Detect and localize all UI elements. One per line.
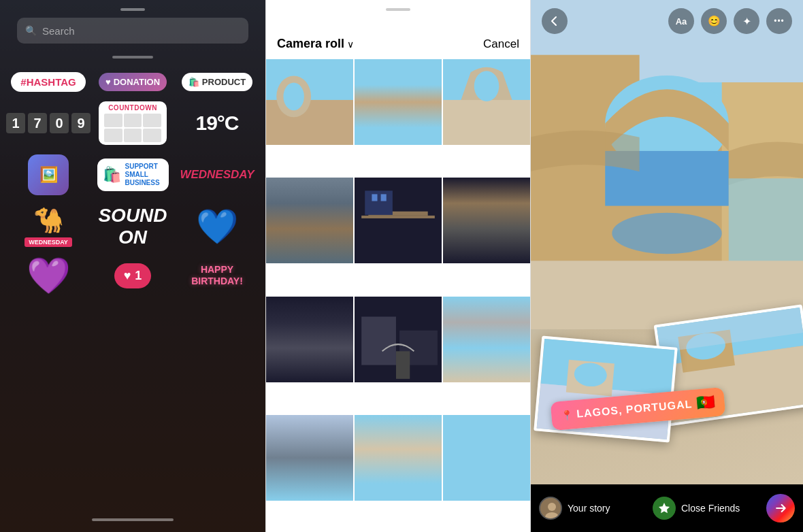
close-friends-option[interactable]: Close Friends [653,497,761,520]
photo-1 [266,59,353,145]
photo-cell-1[interactable] [266,59,353,146]
hashtag-sticker: #HASHTAG [11,72,85,92]
photo-6 [443,178,530,263]
time-digit-3: 0 [50,113,69,133]
time-digit-1: 1 [6,113,25,133]
svg-point-6 [474,71,499,101]
story-tools: Aa 😊 ✦ ••• [668,8,792,34]
sticker-item-heart-blue[interactable]: 💙 [180,205,255,248]
svg-point-3 [283,83,304,111]
location-pin-icon: 📍 [561,409,573,420]
photo-cell-4[interactable] [266,178,353,265]
photo-cell-9[interactable] [443,297,530,384]
sticker-item-wednesday[interactable]: WEDNESDAY [180,154,255,195]
photo-cell-7[interactable] [266,297,353,384]
photo-cell-2[interactable] [355,59,442,146]
story-effects-tool-button[interactable]: ✦ [734,8,759,34]
photo-4 [266,178,353,263]
sticker-item-donation[interactable]: ♥ DONATION [95,72,170,92]
product-bag-icon: 🛍️ [189,77,199,87]
photo-cell-6[interactable] [443,178,530,265]
sticker-item-heart-purple[interactable]: 💜 [11,258,86,293]
sticker-grid: #HASHTAG ♥ DONATION 🛍️ PRODUCT 1 7 0 9 [0,72,265,293]
send-arrow-icon [774,501,787,515]
svg-rect-9 [361,216,435,218]
avatar-image [540,498,562,520]
sticker-item-camel[interactable]: 🐪 WEDNESDAY [11,205,86,248]
camera-chevron-icon[interactable]: ∨ [347,39,354,50]
camera-title-row: Camera roll ∨ [277,37,354,51]
camel-label: WEDNESDAY [24,237,72,247]
sound-text: SOUNDON [98,205,167,248]
camera-drag-handle [386,8,410,11]
camera-cancel-button[interactable]: Cancel [483,37,519,51]
photo-10 [266,415,353,501]
photo-cell-3[interactable] [443,59,530,146]
story-editor-panel: 📍 LAGOS, PORTUGAL 🇵🇹 Aa 😊 ✦ ••• [531,0,803,532]
photo-cell-8[interactable] [355,297,442,384]
countdown-label: COUNTDOWN [104,104,161,112]
time-digit-2: 7 [28,113,47,133]
story-back-button[interactable] [542,8,568,34]
story-send-button[interactable] [766,494,795,522]
photo-cell-10[interactable] [266,415,353,502]
your-story-option[interactable]: Your story [539,497,647,520]
camera-photo-grid [266,59,530,532]
photo-12 [443,415,530,501]
likes-count: 1 [135,269,142,283]
sticker-divider [112,56,153,59]
likes-sticker: ♥ 1 [114,263,152,288]
sticker-item-countdown[interactable]: COUNTDOWN [95,101,170,145]
sticker-picker-panel: 🔍 Search #HASHTAG ♥ DONATION 🛍️ PRODUCT … [0,0,265,532]
sticker-item-product[interactable]: 🛍️ PRODUCT [180,72,255,92]
svg-point-37 [548,503,556,511]
svg-rect-7 [355,178,442,263]
photo-5 [355,178,442,263]
sticker-item-likes[interactable]: ♥ 1 [95,258,170,293]
more-options-icon: ••• [774,16,785,26]
photo-8 [355,297,442,382]
svg-rect-14 [361,316,396,365]
photo-cell-5[interactable] [355,178,442,265]
sticker-search-bar[interactable]: 🔍 Search [17,18,248,44]
svg-rect-16 [396,351,410,379]
time-digit-4: 9 [71,113,91,133]
arch-rock-svg [531,0,803,329]
wednesday-sticker: WEDNESDAY [180,168,254,182]
donation-heart-icon: ♥ [105,77,111,87]
sticker-item-temperature[interactable]: 19°C [180,101,255,145]
sparkle-icon: ✦ [742,15,751,28]
close-friends-icon [653,497,676,520]
birthday-sticker: HAPPY BIRTHDAY! [180,264,255,287]
countdown-sticker: COUNTDOWN [99,101,167,145]
photo-3 [443,59,530,145]
search-icon: 🔍 [25,25,37,36]
photo-sticker: 🖼️ [28,154,69,195]
your-story-label: Your story [568,503,610,514]
donation-sticker: ♥ DONATION [99,73,167,91]
story-sticker-tool-button[interactable]: 😊 [701,8,727,34]
temperature-sticker: 19°C [195,112,238,135]
photo-cell-12[interactable] [443,415,530,502]
star-icon [658,502,670,514]
camel-icon: 🐪 [24,206,72,235]
support-text: SUPPORTSMALLBUSINESS [125,163,160,187]
story-more-options-button[interactable]: ••• [766,8,792,34]
photo-cell-11[interactable] [355,415,442,502]
sticker-item-hashtag[interactable]: #HASHTAG [11,72,86,92]
sticker-item-time[interactable]: 1 7 0 9 [11,101,86,145]
photo-9 [443,297,530,382]
sticker-item-sound[interactable]: SOUNDON [95,205,170,248]
svg-rect-10 [365,191,393,216]
story-text-tool-button[interactable]: Aa [668,8,694,34]
portugal-flag-icon: 🇵🇹 [695,393,715,412]
bottom-indicator [92,518,174,521]
svg-rect-5 [443,100,530,145]
support-icon: 🛍️ [103,166,121,184]
story-canvas: 📍 LAGOS, PORTUGAL 🇵🇹 [531,0,803,484]
drag-handle [120,8,145,11]
svg-rect-11 [372,195,377,201]
sticker-item-birthday[interactable]: HAPPY BIRTHDAY! [180,258,255,293]
sticker-item-photo[interactable]: 🖼️ [11,154,86,195]
sticker-item-support[interactable]: 🛍️ SUPPORTSMALLBUSINESS [95,154,170,195]
